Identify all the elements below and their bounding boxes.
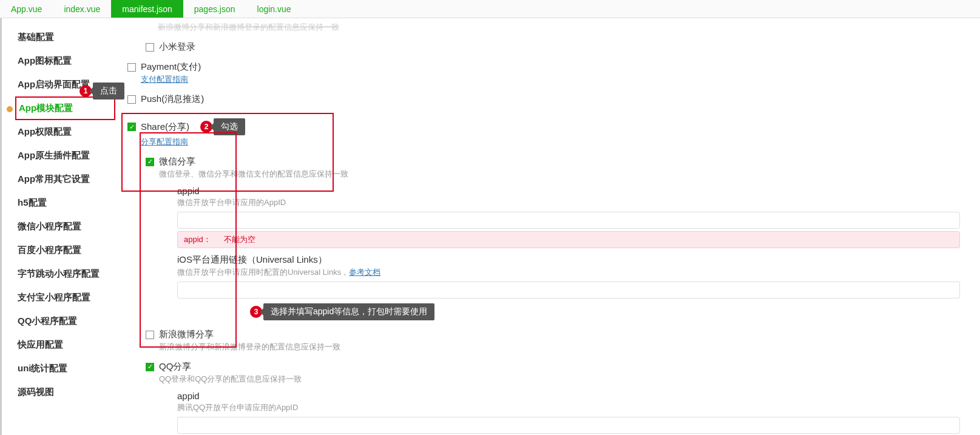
checkbox-qq-share[interactable] — [146, 363, 154, 371]
sidebar-app-module[interactable]: App模块配置 — [15, 96, 115, 120]
checkbox-wechat-share[interactable] — [146, 158, 154, 166]
desc-wx-appid: 微信开放平台申请应用的AppID — [177, 197, 974, 208]
annotation-3: 3 选择并填写appid等信息，打包时需要使用 — [250, 303, 434, 320]
label-share: Share(分享) — [141, 121, 189, 133]
sidebar-qq-mp[interactable]: QQ小程序配置 — [15, 309, 115, 333]
tip-3: 选择并填写appid等信息，打包时需要使用 — [263, 303, 434, 320]
label-wx-appid: appid — [177, 186, 974, 196]
error-msg: 不能为空 — [224, 235, 255, 244]
error-wx-appid: appid： 不能为空 — [177, 231, 960, 248]
sidebar-quickapp[interactable]: 快应用配置 — [15, 333, 115, 357]
sidebar-baidu-mp[interactable]: 百度小程序配置 — [15, 238, 115, 262]
sidebar-app-other[interactable]: App常用其它设置 — [15, 167, 115, 191]
tab-manifest-json[interactable]: manifest.json — [111, 0, 183, 18]
tip-2: 勾选 — [214, 118, 245, 135]
sidebar-uni-stat[interactable]: uni统计配置 — [15, 357, 115, 380]
editor-tabs: App.vue index.vue manifest.json pages.js… — [0, 0, 980, 18]
input-wx-appid[interactable] — [177, 212, 960, 229]
tab-app-vue[interactable]: App.vue — [0, 0, 53, 18]
input-wx-ul[interactable] — [177, 282, 960, 298]
label-weibo-share: 新浪微博分享 — [159, 329, 214, 340]
sidebar-app-native-plugin[interactable]: App原生插件配置 — [15, 144, 115, 167]
link-ul-ref[interactable]: 参考文档 — [349, 268, 380, 277]
label-payment: Payment(支付) — [141, 61, 201, 73]
truncated-text: 新浪微博分享和新浪微博登录的配置信息应保持一致 — [158, 22, 974, 33]
sidebar-source-view[interactable]: 源码视图 — [15, 380, 115, 404]
desc-wechat-share: 微信登录、微信分享和微信支付的配置信息应保持一致 — [159, 169, 974, 180]
tab-pages-json[interactable]: pages.json — [183, 0, 246, 18]
input-qq-appid[interactable] — [177, 417, 960, 434]
sidebar-wechat-mp[interactable]: 微信小程序配置 — [15, 215, 115, 238]
label-push: Push(消息推送) — [141, 93, 204, 105]
checkbox-share[interactable] — [127, 123, 136, 131]
tip-1: 点击 — [93, 83, 124, 99]
annotation-2: 2 勾选 — [200, 118, 245, 135]
label-wechat-share: 微信分享 — [159, 156, 195, 167]
tab-index-vue[interactable]: index.vue — [53, 0, 111, 18]
checkbox-weibo-share[interactable] — [146, 331, 154, 339]
sidebar-bytedance-mp[interactable]: 字节跳动小程序配置 — [15, 262, 115, 286]
sidebar-item-label: App模块配置 — [19, 103, 73, 113]
sidebar-basic[interactable]: 基础配置 — [15, 25, 115, 49]
sidebar-h5[interactable]: h5配置 — [15, 191, 115, 215]
desc-wx-ul: 微信开放平台申请应用时配置的Universal Links，参考文档 — [177, 267, 974, 278]
desc-weibo-share: 新浪微博分享和新浪微博登录的配置信息应保持一致 — [159, 342, 974, 352]
label-qq-share: QQ分享 — [159, 361, 191, 373]
link-share-guide[interactable]: 分享配置指南 — [141, 137, 188, 147]
checkbox-payment[interactable] — [127, 63, 136, 72]
config-sidebar: 基础配置 App图标配置 App启动界面配置 App模块配置 App权限配置 A… — [0, 18, 115, 435]
annotation-1: 1 点击 — [79, 83, 124, 99]
label-xiaomi-login: 小米登录 — [159, 41, 195, 53]
desc-qq-share: QQ登录和QQ分享的配置信息应保持一致 — [159, 374, 974, 385]
sidebar-app-permission[interactable]: App权限配置 — [15, 120, 115, 144]
tab-login-vue[interactable]: login.vue — [246, 0, 302, 18]
sidebar-app-icon[interactable]: App图标配置 — [15, 49, 115, 73]
label-wx-ul: iOS平台通用链接（Universal Links） — [177, 254, 974, 266]
error-key: appid： — [184, 235, 211, 244]
checkbox-xiaomi-login[interactable] — [146, 43, 154, 52]
sidebar-alipay-mp[interactable]: 支付宝小程序配置 — [15, 286, 115, 309]
checkbox-push[interactable] — [127, 95, 136, 104]
warning-icon — [7, 106, 13, 112]
desc-qq-appid: 腾讯QQ开放平台申请应用的AppID — [177, 402, 974, 413]
config-content: 新浪微博分享和新浪微博登录的配置信息应保持一致 小米登录 Payment(支付)… — [115, 18, 980, 435]
link-payment-guide[interactable]: 支付配置指南 — [141, 74, 188, 85]
label-qq-appid: appid — [177, 391, 974, 401]
